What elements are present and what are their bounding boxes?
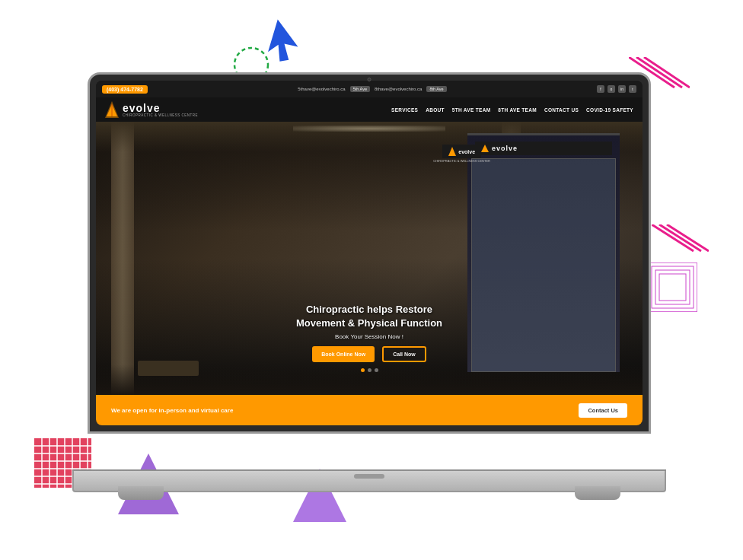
webcam <box>368 78 372 81</box>
laptop-foot-right <box>575 486 620 500</box>
banner-contact-button[interactable]: Contact Us <box>579 403 627 418</box>
store-sign: evolve <box>475 142 612 155</box>
laptop: (403) 474-7782 5thave@evolvechiro.ca 5th… <box>72 72 666 521</box>
nav-about[interactable]: ABOUT <box>426 107 445 113</box>
navigation-bar: evolve CHIROPRACTIC & WELLNESS CENTRE SE… <box>96 97 643 122</box>
nav-services[interactable]: SERVICES <box>391 107 418 113</box>
facebook-icon[interactable]: f <box>597 85 604 93</box>
laptop-screen-bezel: (403) 474-7782 5thave@evolvechiro.ca 5th… <box>88 72 651 434</box>
hero-cta-buttons: Book Online Now Call Now <box>111 346 627 362</box>
svg-marker-31 <box>448 147 456 156</box>
email-2: 8thave@evolvechiro.ca <box>375 87 422 91</box>
slide-dot-1[interactable] <box>361 368 365 372</box>
nav-covid[interactable]: COVID-19 SAFETY <box>586 107 633 113</box>
store-name: evolve <box>492 145 518 152</box>
logo-subtitle: CHIROPRACTIC & WELLNESS CENTRE <box>123 114 198 118</box>
hero-title: Chiropractic helps Restore Movement & Ph… <box>111 303 627 330</box>
info-banner: We are open for in-person and virtual ca… <box>96 395 643 425</box>
social-icons: f o in t <box>597 85 636 93</box>
nav-5thave[interactable]: 5TH AVE TEAM <box>452 107 491 113</box>
logo-text: evolve <box>123 102 198 114</box>
evolve-small-logo <box>448 147 456 156</box>
laptop-foot-left <box>118 486 164 500</box>
trackpad <box>354 474 384 479</box>
slide-dot-2[interactable] <box>368 368 372 372</box>
twitter-icon[interactable]: t <box>629 85 636 93</box>
hero-section: evolve evolve CHIROPRACTIC & WELLNESS CE… <box>96 122 643 395</box>
phone-number[interactable]: (403) 474-7782 <box>102 85 148 94</box>
hero-text-content: Chiropractic helps Restore Movement & Ph… <box>96 303 643 372</box>
instagram-icon[interactable]: o <box>607 85 615 93</box>
slider-dots <box>111 368 627 372</box>
evolve-sign-center: evolve CHIROPRACTIC & WELLNESS CENTER <box>433 145 490 163</box>
top-contact-bar: (403) 474-7782 5thave@evolvechiro.ca 5th… <box>96 81 643 97</box>
svg-marker-0 <box>263 17 300 63</box>
logo-icon <box>105 101 119 118</box>
badge-8thave: 8th Ave <box>426 86 446 92</box>
call-now-button[interactable]: Call Now <box>382 346 426 362</box>
website-content: (403) 474-7782 5thave@evolvechiro.ca 5th… <box>96 81 643 425</box>
badge-5thave: 5th Ave <box>350 86 370 92</box>
nav-8thave[interactable]: 8TH AVE TEAM <box>498 107 537 113</box>
nav-menu: SERVICES ABOUT 5TH AVE TEAM 8TH AVE TEAM… <box>391 107 633 113</box>
laptop-screen: (403) 474-7782 5thave@evolvechiro.ca 5th… <box>96 81 643 425</box>
email-1: 5thave@evolvechiro.ca <box>298 87 345 91</box>
ceiling-light <box>293 126 445 132</box>
contact-emails: 5thave@evolvechiro.ca 5th Ave 8thave@evo… <box>298 86 446 92</box>
linkedin-icon[interactable]: in <box>618 85 626 93</box>
hero-subtitle: Book Your Session Now ! <box>111 333 627 340</box>
site-logo[interactable]: evolve CHIROPRACTIC & WELLNESS CENTRE <box>105 101 198 118</box>
banner-message: We are open for in-person and virtual ca… <box>111 407 233 414</box>
book-online-button[interactable]: Book Online Now <box>312 346 375 362</box>
nav-contact[interactable]: CONTACT US <box>544 107 579 113</box>
slide-dot-3[interactable] <box>375 368 378 372</box>
